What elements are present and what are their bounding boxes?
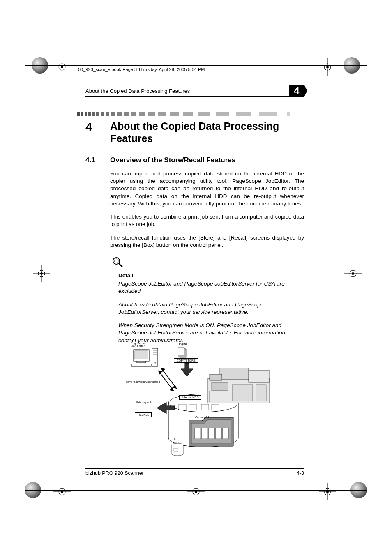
svg-rect-62: [209, 428, 214, 439]
bookinfo-rule: [74, 64, 74, 74]
diagram-label-personal: Personal A: [195, 416, 209, 419]
svg-rect-61: [202, 428, 208, 439]
page: 00_920_scan_e.book Page 3 Thursday, Apri…: [0, 0, 392, 555]
svg-point-23: [195, 491, 197, 493]
svg-point-28: [113, 258, 120, 264]
header-rule: [85, 96, 304, 97]
registration-mark: [53, 58, 71, 76]
registration-mark: [319, 58, 336, 76]
svg-rect-58: [201, 404, 209, 410]
body-paragraph: You can import and process copied data s…: [110, 170, 304, 207]
chapter-number: 4: [85, 120, 110, 134]
svg-rect-33: [135, 351, 148, 359]
chapter-title: About the Copied Data Processing Feature…: [110, 120, 304, 145]
svg-rect-45: [212, 382, 228, 391]
diagram-label-original: Original: [178, 343, 187, 345]
detail-text: About how to obtain PageScope JobEditor …: [118, 301, 304, 316]
svg-point-3: [61, 66, 63, 68]
detail-text: PageScope JobEditor and PageScope JobEdi…: [118, 280, 304, 295]
bookinfo-rule: [74, 74, 218, 74]
svg-rect-34: [137, 361, 146, 363]
svg-point-15: [352, 272, 354, 275]
svg-point-11: [40, 272, 43, 275]
body-paragraph: This enables you to combine a print job …: [110, 213, 304, 228]
svg-rect-46: [232, 385, 253, 401]
registration-mark: [344, 265, 362, 282]
svg-marker-54: [158, 371, 162, 375]
section-heading: 4.1 Overview of the Store/Recall Feature…: [85, 156, 304, 164]
svg-line-30: [119, 263, 122, 267]
content-area: 4 About the Copied Data Processing Featu…: [85, 118, 304, 344]
book-info-line: 00_920_scan_e.book Page 3 Thursday, Apri…: [78, 67, 205, 72]
svg-rect-56: [179, 404, 186, 410]
svg-rect-66: [174, 448, 178, 451]
chapter-badge: 4: [289, 85, 304, 97]
svg-point-29: [114, 259, 118, 263]
svg-marker-53: [173, 385, 177, 389]
page-footer: bizhub PRO 920 Scanner 4-3: [85, 468, 304, 476]
detail-heading: Detail: [118, 272, 304, 279]
detail-block: Detail PageScope JobEditor and PageScope…: [118, 272, 304, 344]
section-title: Overview of the Store/Recall Features: [110, 156, 235, 164]
diagram-label-printing: Printing out: [136, 401, 151, 404]
registration-mark: [33, 265, 50, 282]
workflow-diagram: PageScope Job Editor Original COPY/STORE…: [127, 343, 279, 463]
svg-rect-57: [189, 404, 196, 410]
crop-line: [25, 65, 367, 66]
registration-mark: [53, 483, 71, 500]
diagram-label-recall: RECALL: [135, 412, 152, 417]
svg-point-19: [61, 491, 63, 493]
running-header: About the Copied Data Processing Feature…: [85, 88, 190, 94]
diagram-label-tcpip: TCP/IP Network Connection: [124, 380, 160, 383]
svg-rect-64: [223, 428, 228, 439]
magnifier-icon: [112, 256, 123, 268]
footer-page-number: 4-3: [297, 470, 304, 476]
svg-rect-42: [249, 370, 269, 382]
chapter-heading: 4 About the Copied Data Processing Featu…: [85, 120, 304, 145]
registration-mark: [319, 483, 336, 500]
svg-point-27: [326, 491, 329, 493]
chapter-badge-number: 4: [294, 85, 299, 96]
diagram-label-boxuser: Box user: [173, 438, 179, 444]
gradient-bar: [77, 112, 304, 116]
svg-rect-43: [220, 368, 249, 380]
body-paragraph: The store/recall function uses the [Stor…: [110, 234, 304, 249]
bookinfo-rule: [74, 64, 218, 64]
svg-rect-36: [152, 348, 158, 366]
footer-product: bizhub PRO 920 Scanner: [85, 470, 144, 476]
diagram-label-pagescope: PageScope Job Editor: [131, 342, 145, 348]
section-number: 4.1: [85, 156, 110, 164]
detail-text: When Security Strengthen Mode is ON, Pag…: [118, 322, 304, 344]
svg-rect-51: [178, 348, 184, 356]
svg-rect-63: [216, 428, 221, 439]
svg-rect-35: [131, 364, 151, 366]
diagram-label-internalhdd: Internal HDD: [179, 395, 201, 400]
svg-rect-60: [195, 428, 201, 439]
svg-rect-59: [212, 404, 219, 410]
svg-point-7: [326, 66, 329, 68]
registration-mark: [187, 483, 205, 500]
svg-rect-44: [210, 374, 222, 380]
svg-rect-47: [256, 385, 266, 401]
diagram-label-copystore: COPY/STORE: [174, 358, 198, 363]
